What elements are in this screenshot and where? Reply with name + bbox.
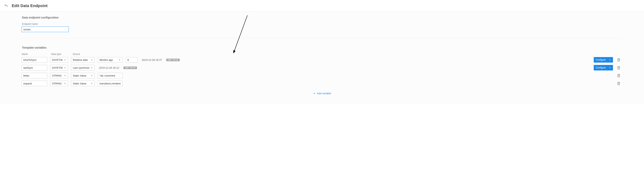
endpoint-name-input[interactable] bbox=[22, 27, 69, 32]
delete-icon[interactable] bbox=[617, 66, 620, 69]
chevron-down-icon bbox=[609, 66, 611, 69]
var-name-input[interactable] bbox=[22, 65, 47, 70]
tv-section-title: Template variables bbox=[22, 46, 622, 49]
add-variable-button[interactable]: Add variable bbox=[312, 92, 332, 95]
var-dtype-value: STRING bbox=[52, 82, 62, 85]
tv-header-name: Name bbox=[22, 53, 47, 55]
var-unit-select[interactable]: Months ago bbox=[98, 57, 122, 63]
tv-header-source: Source bbox=[73, 53, 96, 55]
var-dtype-select[interactable]: DATETIME bbox=[50, 57, 68, 63]
plus-icon bbox=[313, 92, 316, 95]
delete-icon[interactable] bbox=[617, 58, 620, 62]
var-dtype-value: STRING bbox=[52, 74, 62, 77]
var-tz-badge: GMT+00:00 bbox=[124, 66, 137, 69]
var-name-input[interactable] bbox=[22, 73, 47, 78]
var-datetime-preview: 2019-12-28 16:37 bbox=[142, 58, 162, 61]
var-source-value: Relative date bbox=[73, 58, 88, 61]
var-name-input[interactable] bbox=[22, 81, 47, 86]
tv-row: DATETIME Relative date Months ago 2019-1… bbox=[22, 57, 622, 63]
back-button[interactable] bbox=[4, 4, 8, 8]
var-source-value: Static Value bbox=[73, 82, 86, 85]
var-source-value: Last synchronizati bbox=[73, 66, 89, 69]
configure-label: Configure bbox=[596, 66, 606, 69]
section-divider bbox=[22, 103, 622, 104]
configure-button[interactable]: Configure bbox=[594, 65, 613, 70]
chevron-down-icon bbox=[118, 59, 121, 61]
var-value-input[interactable] bbox=[98, 73, 122, 78]
var-unit-value: Months ago bbox=[100, 58, 113, 61]
chevron-down-icon bbox=[90, 59, 93, 61]
page-title: Edit Data Endpoint bbox=[12, 4, 48, 8]
tv-header-dtype: Data type bbox=[51, 53, 69, 55]
tv-row: DATETIME Last synchronizati 2019-12-28 1… bbox=[22, 65, 622, 70]
var-dtype-value: DATETIME bbox=[52, 66, 63, 69]
configure-label: Configure bbox=[596, 58, 606, 61]
delete-icon[interactable] bbox=[617, 74, 620, 77]
var-source-value: Static Value bbox=[73, 74, 86, 77]
var-dtype-select[interactable]: STRING bbox=[50, 81, 68, 86]
chevron-down-icon bbox=[64, 66, 66, 69]
endpoint-name-label: Endpoint name bbox=[22, 23, 622, 25]
chevron-down-icon bbox=[609, 59, 611, 61]
delete-icon[interactable] bbox=[617, 82, 620, 85]
chevron-down-icon bbox=[90, 82, 93, 85]
var-dtype-select[interactable]: STRING bbox=[50, 73, 68, 78]
var-tz-badge: GMT+00:00 bbox=[166, 59, 180, 61]
chevron-down-icon bbox=[90, 66, 93, 69]
chevron-down-icon bbox=[64, 74, 66, 77]
var-source-select[interactable]: Static Value bbox=[71, 81, 95, 86]
add-variable-label: Add variable bbox=[317, 92, 331, 95]
chevron-down-icon bbox=[64, 59, 66, 61]
back-arrow-icon bbox=[4, 4, 8, 8]
configure-button[interactable]: Configure bbox=[594, 57, 613, 63]
var-name-input[interactable] bbox=[22, 57, 47, 63]
var-dtype-value: DATETIME bbox=[52, 58, 63, 61]
var-dtype-select[interactable]: DATETIME bbox=[50, 65, 68, 70]
var-value-input[interactable] bbox=[98, 81, 122, 86]
config-section-title: Data endpoint configuration bbox=[22, 16, 622, 19]
var-source-select[interactable]: Static Value bbox=[71, 73, 95, 78]
var-datetime-preview: 2019-12-28 16:12 bbox=[99, 66, 119, 69]
var-amount-input[interactable] bbox=[126, 57, 138, 63]
var-source-select[interactable]: Last synchronizati bbox=[71, 65, 95, 70]
chevron-down-icon bbox=[64, 82, 66, 85]
tv-row: STRING Static Value bbox=[22, 81, 622, 86]
var-source-select[interactable]: Relative date bbox=[71, 57, 95, 63]
chevron-down-icon bbox=[90, 74, 93, 77]
tv-row: STRING Static Value bbox=[22, 73, 622, 78]
